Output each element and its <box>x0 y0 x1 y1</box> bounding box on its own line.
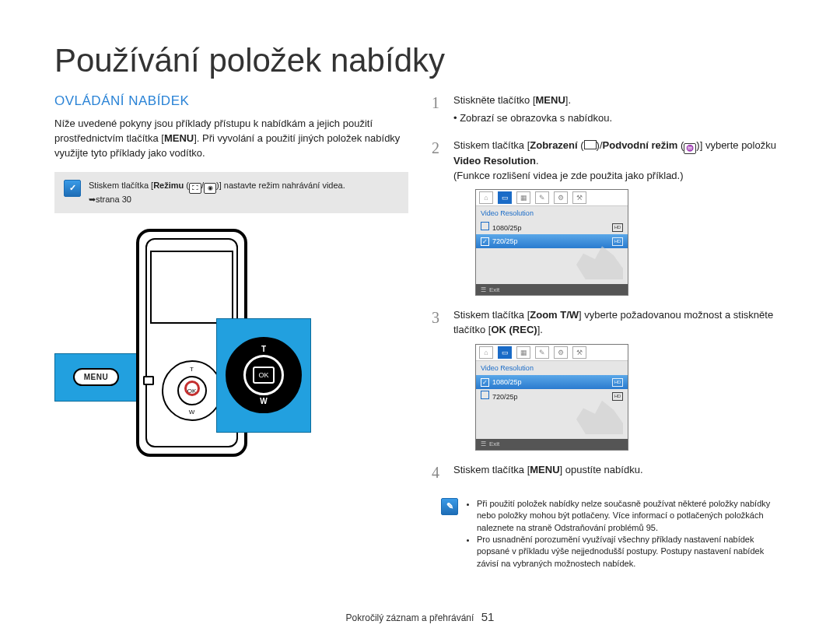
lcd-tab-icon: ✎ <box>535 346 549 359</box>
left-column: OVLÁDÁNÍ NABÍDEK Níže uvedené pokyny jso… <box>54 93 408 588</box>
tip-note-list: Při použití položek nabídky nelze součas… <box>466 498 776 570</box>
lcd-option-row: 720/25p HD <box>476 389 628 403</box>
intro-menu-bold: MENU <box>164 132 194 144</box>
tip-text: Stiskem tlačítka [Režimu (⛶/◉)] nastavte… <box>89 180 345 205</box>
lcd-tab-icon: ⌂ <box>479 346 493 359</box>
tip-box-mode: ✓ Stiskem tlačítka [Režimu (⛶/◉)] nastav… <box>54 172 408 213</box>
lcd-screenshot-1: ⌂ ▭ ▦ ✎ ⚙ ⚒ Video Resolution 1080/25p HD <box>475 189 628 296</box>
zoom-ok-button: OK <box>253 367 275 384</box>
zoom-wheel-callout: T W OK <box>216 318 311 433</box>
video-mode-icon: ⛶ <box>189 183 201 194</box>
check-icon <box>481 222 489 230</box>
zoom-label-t: T <box>261 345 266 353</box>
step2-note: (Funkce rozlišení videa je zde použita j… <box>453 170 684 181</box>
display-icon <box>584 140 597 149</box>
check-icon: ✓ <box>481 378 489 387</box>
resolution-icon: HD <box>612 378 623 387</box>
check-icon <box>481 391 489 399</box>
step-2: 2 Stiskem tlačítka [Zobrazení ()/Podvodn… <box>432 139 786 296</box>
check-icon: ✓ <box>64 180 81 197</box>
camera-screen <box>150 251 233 324</box>
page-title: Používání položek nabídky <box>54 42 786 79</box>
step-1: 1 Stiskněte tlačítko [MENU]. • Zobrazí s… <box>432 93 786 126</box>
lcd-tab-icon: ▦ <box>516 346 530 359</box>
step-number: 1 <box>432 92 439 114</box>
two-column-layout: OVLÁDÁNÍ NABÍDEK Níže uvedené pokyny jso… <box>54 93 786 588</box>
manual-page: Používání položek nabídky OVLÁDÁNÍ NABÍD… <box>0 0 840 642</box>
page-footer: Pokročilý záznam a přehrávání 51 <box>0 610 840 623</box>
resolution-icon: HD <box>612 237 623 246</box>
section-heading: OVLÁDÁNÍ NABÍDEK <box>54 93 408 109</box>
right-column: 1 Stiskněte tlačítko [MENU]. • Zobrazí s… <box>432 93 786 588</box>
left-side-button <box>143 376 154 385</box>
step-number: 4 <box>432 461 439 484</box>
lcd-tab-video-icon: ▭ <box>498 191 512 204</box>
step-number: 2 <box>432 137 439 160</box>
lcd-tab-icon: ⌂ <box>479 191 493 204</box>
footer-section-label: Pokročilý záznam a přehrávání <box>346 612 474 623</box>
photo-mode-icon: ◉ <box>204 183 216 194</box>
tip-note-item: Pro usnadnění porozumění využívají všech… <box>477 534 776 570</box>
lcd-tab-video-icon: ▭ <box>498 346 512 359</box>
lcd-tab-bar: ⌂ ▭ ▦ ✎ ⚙ ⚒ <box>476 345 628 361</box>
nav-label-t: T <box>190 366 194 373</box>
tip-page-ref: strana 30 <box>96 195 131 204</box>
lcd-tab-icon: ⚒ <box>572 191 586 204</box>
lcd-menu-title: Video Resolution <box>476 206 628 220</box>
lcd-tab-icon: ✎ <box>535 191 549 204</box>
lcd-exit-bar: ☰Exit <box>476 284 628 295</box>
step-number: 3 <box>432 307 439 329</box>
lcd-tab-icon: ⚙ <box>554 191 568 204</box>
footer-page-number: 51 <box>481 610 495 623</box>
lcd-tab-bar: ⌂ ▭ ▦ ✎ ⚙ ⚒ <box>476 190 628 206</box>
zoom-wheel: T W OK <box>226 337 302 413</box>
lcd-tab-icon: ⚙ <box>554 346 568 359</box>
step-3: 3 Stiskem tlačítka [Zoom T/W] vyberte po… <box>432 308 786 451</box>
lcd-tab-icon: ⚒ <box>572 346 586 359</box>
ok-highlight-ring <box>184 381 200 396</box>
lcd-option-row-selected: ✓720/25p HD <box>476 234 628 248</box>
tip-note-item: Při použití položek nabídky nelze součas… <box>477 498 776 534</box>
step-4: 4 Stiskem tlačítka [MENU] opustíte nabíd… <box>432 463 786 478</box>
steps-list: 1 Stiskněte tlačítko [MENU]. • Zobrazí s… <box>432 93 786 478</box>
lcd-option-row: 1080/25p HD <box>476 220 628 234</box>
lcd-screenshot-2: ⌂ ▭ ▦ ✎ ⚙ ⚒ Video Resolution ✓1080/25p H… <box>475 344 628 451</box>
lcd-tab-icon: ▦ <box>516 191 530 204</box>
resolution-icon: HD <box>612 392 623 401</box>
lcd-exit-bar: ☰Exit <box>476 439 628 450</box>
menu-button-callout: MENU <box>54 353 138 402</box>
check-icon: ✓ <box>481 237 489 246</box>
resolution-icon: HD <box>612 223 623 232</box>
tip-box-notes: ✎ Při použití položek nabídky nelze souč… <box>432 490 786 577</box>
note-icon: ✎ <box>441 498 458 515</box>
lcd-option-row-selected: ✓1080/25p HD <box>476 375 628 389</box>
lcd-menu-title: Video Resolution <box>476 361 628 375</box>
nav-label-w: W <box>189 409 195 416</box>
intro-paragraph: Níže uvedené pokyny jsou příklady přístu… <box>54 117 408 161</box>
menu-button-label: MENU <box>73 368 119 386</box>
menu-icon: ☰ <box>481 440 486 449</box>
menu-icon: ☰ <box>481 286 486 295</box>
device-illustration: MENU T W OK <box>54 229 311 470</box>
underwater-icon: ♒ <box>684 143 696 154</box>
zoom-label-w: W <box>260 397 267 405</box>
step1-bullet: Zobrazí se obrazovka s nabídkou. <box>460 112 612 124</box>
